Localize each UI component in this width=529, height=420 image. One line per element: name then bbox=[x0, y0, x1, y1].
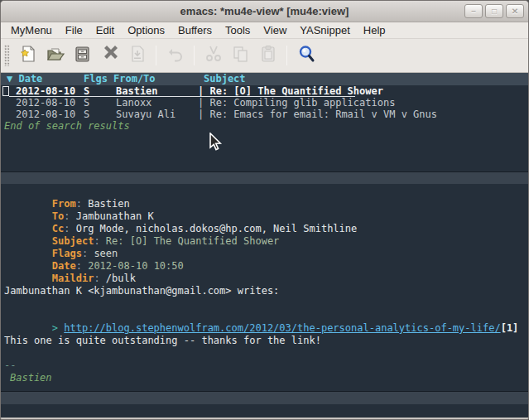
field-label: Date bbox=[52, 260, 76, 272]
toolbar-separator bbox=[286, 46, 287, 65]
row-subject: | Re: Compiling glib applications bbox=[198, 97, 395, 109]
field-label: From bbox=[52, 198, 76, 210]
blank-line bbox=[4, 347, 528, 360]
window-controls: – □ ✕ bbox=[464, 4, 524, 18]
column-subject[interactable]: Subject bbox=[204, 73, 246, 85]
modeline-headers[interactable]: *mu4e-headers* ( 1, 0) [All/275] [mu4e-h… bbox=[1, 171, 528, 184]
close-button[interactable]: ✕ bbox=[506, 4, 524, 18]
close-buffer-button[interactable] bbox=[96, 42, 123, 69]
row-from: Suvayu Ali bbox=[116, 109, 176, 120]
window-title: emacs: *mu4e-view* [mu4e:view] bbox=[180, 5, 349, 17]
field-value: 2012-08-10 10:50 bbox=[88, 260, 184, 272]
copy-button bbox=[227, 42, 254, 69]
field-separator: : bbox=[76, 198, 88, 210]
search-button[interactable] bbox=[292, 42, 320, 69]
column-flags[interactable]: Flgs bbox=[84, 73, 108, 85]
row-subject: | Re: Emacs for email: Rmail v VM v Gnus bbox=[198, 109, 437, 120]
search-icon bbox=[296, 44, 316, 67]
message-row[interactable]: 2012-08-10 S Suvayu Ali | Re: Emacs for … bbox=[1, 109, 528, 120]
body-attribution: Jambunathan K <kjambunathan@gmail.com> w… bbox=[4, 285, 528, 297]
minimize-button[interactable]: – bbox=[464, 4, 483, 18]
field-label: Subject bbox=[52, 235, 94, 247]
emacs-content: ▼ Date Flgs From/To Subject 2012-08-10 S… bbox=[1, 73, 528, 418]
menu-edit[interactable]: Edit bbox=[89, 22, 121, 39]
copy-icon bbox=[231, 44, 251, 67]
field-value: seen bbox=[94, 248, 118, 259]
field-separator: : bbox=[64, 223, 75, 234]
paste-button bbox=[254, 42, 281, 69]
menu-help[interactable]: Help bbox=[357, 22, 392, 39]
row-date: 2012-08-10 bbox=[16, 85, 75, 97]
row-from: Bastien bbox=[116, 85, 158, 97]
field-value: /bulk bbox=[106, 273, 136, 284]
mu4e-headers-window: ▼ Date Flgs From/To Subject 2012-08-10 S… bbox=[1, 73, 528, 171]
field-value: Org Mode, nicholas.dokos@hp.com, Neil Sm… bbox=[76, 223, 358, 234]
new-file-icon bbox=[18, 44, 38, 67]
save-icon bbox=[73, 44, 93, 67]
body-quote-line: > http://blog.stephenwolfram.com/2012/03… bbox=[4, 310, 528, 322]
quote-prefix: > bbox=[52, 322, 64, 334]
signature-separator: -- bbox=[4, 360, 528, 372]
field-label: Flags bbox=[52, 248, 82, 259]
cut-button bbox=[200, 42, 227, 69]
field-separator: : bbox=[94, 235, 105, 247]
save-as-icon bbox=[127, 44, 147, 67]
minibuffer[interactable] bbox=[1, 404, 528, 418]
field-from: From: Bastien bbox=[4, 186, 528, 198]
save-button[interactable] bbox=[69, 42, 96, 69]
end-of-search-results: End of search results bbox=[1, 120, 528, 132]
menu-options[interactable]: Options bbox=[121, 22, 171, 39]
hollow-cursor bbox=[2, 86, 9, 96]
field-value: Re: [O] The Quantified Shower bbox=[106, 235, 280, 247]
paste-icon bbox=[258, 44, 278, 67]
menu-yasnippet[interactable]: YASnippet bbox=[293, 22, 356, 39]
body-text: This one is quite outstanding -- thanks … bbox=[4, 335, 528, 347]
row-flags: S bbox=[84, 97, 89, 109]
row-flags: S bbox=[84, 109, 89, 120]
signature-name: Bastien bbox=[4, 372, 528, 384]
row-from: Lanoxx bbox=[116, 97, 151, 109]
menu-file[interactable]: File bbox=[59, 22, 89, 39]
maximize-button[interactable]: □ bbox=[485, 4, 503, 18]
titlebar[interactable]: emacs: *mu4e-view* [mu4e:view] – □ ✕ bbox=[1, 1, 528, 22]
menubar: MyMenu File Edit Options Buffers Tools V… bbox=[1, 22, 528, 39]
field-separator: : bbox=[94, 273, 105, 284]
message-row[interactable]: 2012-08-10 S Lanoxx | Re: Compiling glib… bbox=[1, 97, 528, 109]
row-date: 2012-08-10 bbox=[16, 97, 75, 109]
menu-mymenu[interactable]: MyMenu bbox=[4, 22, 59, 39]
undo-icon bbox=[166, 44, 185, 67]
column-date[interactable]: ▼ Date bbox=[7, 73, 42, 85]
toolbar-drag-handle[interactable] bbox=[4, 45, 10, 66]
save-as-button bbox=[123, 42, 151, 69]
blank-line bbox=[4, 297, 528, 310]
open-file-button[interactable] bbox=[41, 42, 69, 69]
row-date: 2012-08-10 bbox=[16, 109, 75, 120]
new-file-button[interactable] bbox=[14, 42, 41, 69]
emacs-window: emacs: *mu4e-view* [mu4e:view] – □ ✕ MyM… bbox=[0, 0, 529, 420]
cut-icon bbox=[204, 44, 224, 67]
headers-column-row[interactable]: ▼ Date Flgs From/To Subject bbox=[1, 73, 528, 85]
close-buffer-icon bbox=[100, 44, 120, 67]
message-row-selected[interactable]: 2012-08-10 S Bastien | Re: [O] The Quant… bbox=[1, 85, 528, 97]
modeline-view[interactable]: *mu4e-view* ( 1, 0) [All/372] [mu4e:view… bbox=[1, 391, 528, 404]
open-file-icon bbox=[46, 44, 65, 67]
row-flags: S bbox=[84, 85, 89, 97]
toolbar bbox=[1, 39, 528, 73]
undo-button bbox=[161, 42, 189, 69]
row-subject: | Re: [O] The Quantified Shower bbox=[198, 85, 383, 97]
toolbar-separator bbox=[194, 46, 195, 65]
field-separator: : bbox=[76, 260, 88, 272]
field-value: Bastien bbox=[88, 198, 130, 210]
toolbar-separator bbox=[156, 46, 156, 65]
body-link[interactable]: http://blog.stephenwolfram.com/2012/03/t… bbox=[64, 322, 500, 334]
link-footnote-ref: [1] bbox=[501, 322, 519, 334]
field-label: Maildir bbox=[52, 273, 94, 284]
field-separator: : bbox=[82, 248, 94, 259]
menu-view[interactable]: View bbox=[257, 22, 293, 39]
field-label: To bbox=[52, 210, 64, 222]
field-value: Jambunathan K bbox=[76, 210, 154, 222]
column-from[interactable]: From/To bbox=[113, 73, 156, 85]
menu-buffers[interactable]: Buffers bbox=[171, 22, 219, 39]
menu-tools[interactable]: Tools bbox=[219, 22, 257, 39]
mu4e-view-window: From: Bastien To: Jambunathan K Cc: Org … bbox=[1, 184, 528, 391]
